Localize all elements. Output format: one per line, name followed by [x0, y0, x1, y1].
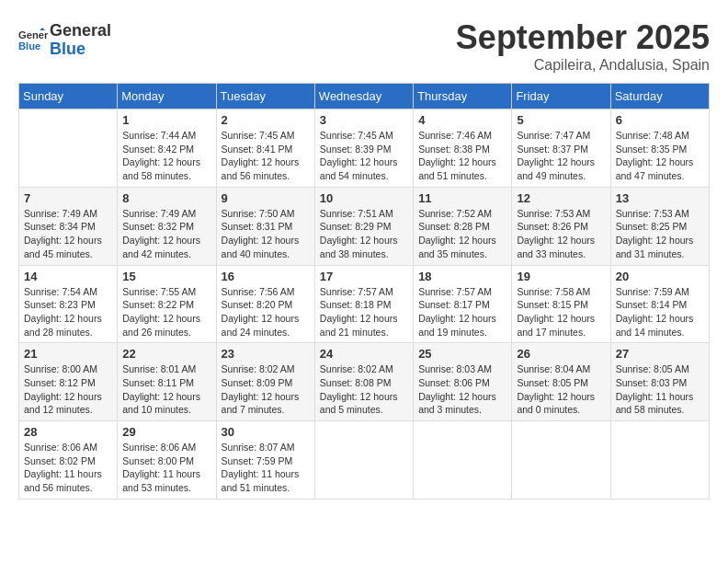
calendar-cell: 29Sunrise: 8:06 AMSunset: 8:00 PMDayligh…	[118, 421, 216, 500]
week-row-2: 7Sunrise: 7:49 AMSunset: 8:34 PMDaylight…	[19, 187, 710, 265]
calendar-cell: 5Sunrise: 7:47 AMSunset: 8:37 PMDaylight…	[512, 109, 610, 188]
day-info: Sunrise: 8:06 AMSunset: 8:02 PMDaylight:…	[24, 441, 112, 495]
day-number: 19	[517, 270, 605, 283]
day-number: 15	[122, 270, 210, 283]
location: Capileira, Andalusia, Spain	[456, 57, 710, 74]
day-info: Sunrise: 8:04 AMSunset: 8:05 PMDaylight:…	[517, 362, 605, 417]
day-info: Sunrise: 7:46 AMSunset: 8:38 PMDaylight:…	[418, 129, 506, 183]
day-info: Sunrise: 7:45 AMSunset: 8:39 PMDaylight:…	[320, 129, 408, 183]
day-info: Sunrise: 7:51 AMSunset: 8:29 PMDaylight:…	[320, 207, 408, 261]
day-info: Sunrise: 7:45 AMSunset: 8:41 PMDaylight:…	[222, 129, 310, 183]
logo-general: General	[50, 22, 111, 40]
day-info: Sunrise: 8:07 AMSunset: 7:59 PMDaylight:…	[222, 441, 310, 495]
svg-text:Blue: Blue	[18, 40, 40, 52]
day-info: Sunrise: 8:00 AMSunset: 8:12 PMDaylight:…	[24, 362, 112, 417]
calendar-table: SundayMondayTuesdayWednesdayThursdayFrid…	[18, 83, 710, 500]
calendar-cell	[512, 421, 610, 500]
calendar-cell: 30Sunrise: 8:07 AMSunset: 7:59 PMDayligh…	[216, 421, 314, 500]
day-info: Sunrise: 8:02 AMSunset: 8:08 PMDaylight:…	[320, 362, 408, 417]
calendar-cell: 17Sunrise: 7:57 AMSunset: 8:18 PMDayligh…	[314, 265, 413, 343]
day-info: Sunrise: 8:06 AMSunset: 8:00 PMDaylight:…	[122, 441, 210, 495]
day-info: Sunrise: 7:48 AMSunset: 8:35 PMDaylight:…	[616, 129, 704, 183]
calendar-cell: 1Sunrise: 7:44 AMSunset: 8:42 PMDaylight…	[118, 109, 216, 188]
svg-text:General: General	[18, 29, 48, 40]
calendar-cell: 24Sunrise: 8:02 AMSunset: 8:08 PMDayligh…	[314, 343, 413, 421]
calendar-cell: 4Sunrise: 7:46 AMSunset: 8:38 PMDaylight…	[414, 109, 512, 188]
day-info: Sunrise: 7:49 AMSunset: 8:34 PMDaylight:…	[24, 207, 112, 261]
day-number: 13	[616, 191, 704, 205]
week-row-1: 1Sunrise: 7:44 AMSunset: 8:42 PMDaylight…	[19, 109, 710, 188]
day-number: 24	[320, 347, 408, 361]
calendar-cell	[610, 421, 709, 500]
calendar-cell: 6Sunrise: 7:48 AMSunset: 8:35 PMDaylight…	[610, 109, 709, 188]
day-number: 9	[222, 191, 310, 205]
day-number: 17	[320, 270, 408, 283]
month-title: September 2025	[456, 18, 710, 57]
day-number: 23	[222, 347, 310, 361]
day-info: Sunrise: 7:49 AMSunset: 8:32 PMDaylight:…	[122, 207, 210, 261]
day-number: 5	[517, 113, 605, 127]
col-header-thursday: Thursday	[414, 84, 512, 109]
day-info: Sunrise: 7:47 AMSunset: 8:37 PMDaylight:…	[517, 129, 605, 183]
day-info: Sunrise: 7:44 AMSunset: 8:42 PMDaylight:…	[122, 129, 210, 183]
calendar-cell: 9Sunrise: 7:50 AMSunset: 8:31 PMDaylight…	[216, 187, 314, 265]
day-info: Sunrise: 7:57 AMSunset: 8:17 PMDaylight:…	[418, 285, 506, 339]
calendar-cell: 25Sunrise: 8:03 AMSunset: 8:06 PMDayligh…	[414, 343, 512, 421]
col-header-tuesday: Tuesday	[216, 84, 314, 109]
day-info: Sunrise: 7:55 AMSunset: 8:22 PMDaylight:…	[122, 285, 210, 339]
col-header-saturday: Saturday	[610, 84, 709, 109]
calendar-cell: 16Sunrise: 7:56 AMSunset: 8:20 PMDayligh…	[216, 265, 314, 343]
day-number: 21	[24, 347, 112, 361]
day-number: 30	[222, 425, 310, 439]
calendar-cell: 7Sunrise: 7:49 AMSunset: 8:34 PMDaylight…	[19, 187, 118, 265]
week-row-5: 28Sunrise: 8:06 AMSunset: 8:02 PMDayligh…	[19, 421, 710, 500]
day-info: Sunrise: 8:05 AMSunset: 8:03 PMDaylight:…	[616, 362, 704, 417]
day-info: Sunrise: 7:56 AMSunset: 8:20 PMDaylight:…	[222, 285, 310, 339]
calendar-cell: 21Sunrise: 8:00 AMSunset: 8:12 PMDayligh…	[19, 343, 118, 421]
logo-icon: General Blue	[18, 28, 48, 53]
title-block: September 2025 Capileira, Andalusia, Spa…	[456, 18, 710, 74]
day-number: 18	[418, 270, 506, 283]
day-info: Sunrise: 7:58 AMSunset: 8:15 PMDaylight:…	[517, 285, 605, 339]
day-info: Sunrise: 7:53 AMSunset: 8:26 PMDaylight:…	[517, 207, 605, 261]
day-info: Sunrise: 7:57 AMSunset: 8:18 PMDaylight:…	[320, 285, 408, 339]
calendar-cell: 8Sunrise: 7:49 AMSunset: 8:32 PMDaylight…	[118, 187, 216, 265]
day-number: 20	[616, 270, 704, 283]
calendar-cell: 12Sunrise: 7:53 AMSunset: 8:26 PMDayligh…	[512, 187, 610, 265]
day-number: 29	[122, 425, 210, 439]
calendar-cell: 15Sunrise: 7:55 AMSunset: 8:22 PMDayligh…	[118, 265, 216, 343]
day-info: Sunrise: 8:02 AMSunset: 8:09 PMDaylight:…	[222, 362, 310, 417]
calendar-cell: 23Sunrise: 8:02 AMSunset: 8:09 PMDayligh…	[216, 343, 314, 421]
day-number: 4	[418, 113, 506, 127]
calendar-cell: 22Sunrise: 8:01 AMSunset: 8:11 PMDayligh…	[118, 343, 216, 421]
logo: General Blue General Blue	[18, 22, 111, 59]
calendar-cell: 11Sunrise: 7:52 AMSunset: 8:28 PMDayligh…	[414, 187, 512, 265]
col-header-wednesday: Wednesday	[314, 84, 413, 109]
day-number: 25	[418, 347, 506, 361]
logo-blue: Blue	[50, 40, 111, 59]
calendar-cell	[314, 421, 413, 500]
day-number: 1	[122, 113, 210, 127]
day-number: 10	[320, 191, 408, 205]
page-header: General Blue General Blue September 2025…	[18, 18, 710, 74]
day-number: 27	[616, 347, 704, 361]
day-info: Sunrise: 7:50 AMSunset: 8:31 PMDaylight:…	[222, 207, 310, 261]
calendar-cell: 19Sunrise: 7:58 AMSunset: 8:15 PMDayligh…	[512, 265, 610, 343]
day-number: 22	[122, 347, 210, 361]
calendar-cell	[19, 109, 118, 188]
day-number: 6	[616, 113, 704, 127]
day-number: 8	[122, 191, 210, 205]
col-header-monday: Monday	[118, 84, 216, 109]
calendar-cell: 3Sunrise: 7:45 AMSunset: 8:39 PMDaylight…	[314, 109, 413, 188]
calendar-cell: 20Sunrise: 7:59 AMSunset: 8:14 PMDayligh…	[610, 265, 709, 343]
calendar-cell: 26Sunrise: 8:04 AMSunset: 8:05 PMDayligh…	[512, 343, 610, 421]
calendar-cell: 27Sunrise: 8:05 AMSunset: 8:03 PMDayligh…	[610, 343, 709, 421]
day-number: 28	[24, 425, 112, 439]
day-number: 7	[24, 191, 112, 205]
day-number: 11	[418, 191, 506, 205]
calendar-cell: 28Sunrise: 8:06 AMSunset: 8:02 PMDayligh…	[19, 421, 118, 500]
calendar-cell: 18Sunrise: 7:57 AMSunset: 8:17 PMDayligh…	[414, 265, 512, 343]
col-header-sunday: Sunday	[19, 84, 118, 109]
day-info: Sunrise: 7:52 AMSunset: 8:28 PMDaylight:…	[418, 207, 506, 261]
day-number: 12	[517, 191, 605, 205]
